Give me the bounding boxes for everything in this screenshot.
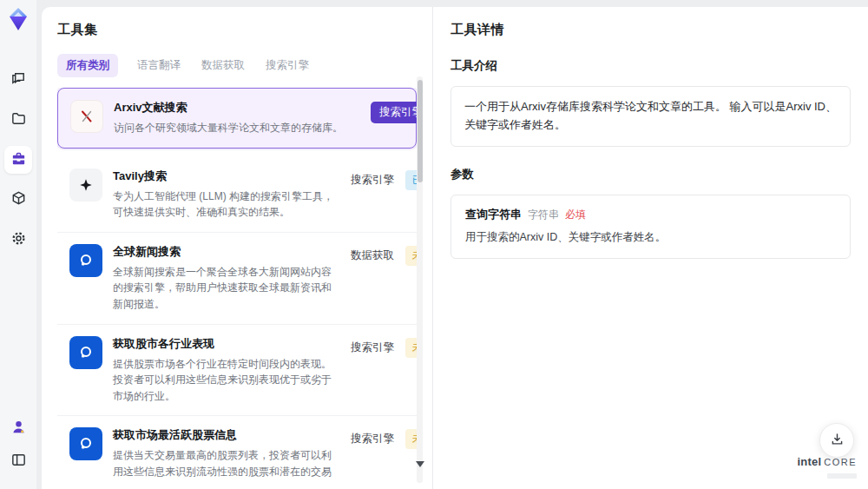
scrollbar-thumb[interactable] <box>418 80 423 182</box>
download-icon <box>830 432 845 450</box>
tool-status-badge: 未授权 <box>405 429 417 449</box>
tool-status-badge: 未授权 <box>405 246 417 266</box>
sidebar-item-files[interactable] <box>4 106 32 134</box>
sidebar-item-collapse[interactable] <box>4 447 32 475</box>
folder-icon <box>10 110 27 130</box>
cube-icon <box>10 190 27 210</box>
briefcase-icon <box>10 150 27 170</box>
tool-description: 提供股票市场各个行业在特定时间段内的表现。投资者可以利用这些信息来识别表现优于或… <box>113 356 340 405</box>
tool-detail-pane: 工具详情 工具介绍 一个用于从Arxiv存储库搜索科学论文和文章的工具。 输入可… <box>433 7 868 489</box>
tool-name: 全球新闻搜索 <box>113 244 340 260</box>
arxiv-logo-icon <box>70 100 103 133</box>
sparkle-icon <box>69 169 102 202</box>
tool-card-sector-performance[interactable]: 获取股市各行业表现 提供股票市场各个行业在特定时间段内的表现。投资者可以利用这些… <box>57 325 417 417</box>
blue-app-icon <box>69 427 102 460</box>
tool-description: 提供当天交易量最高的股票列表，投资者可以利用这些信息来识别流动性强的股票和潜在的… <box>113 447 340 480</box>
blue-app-icon <box>69 336 102 369</box>
tool-name: Arxiv文献搜索 <box>114 100 360 116</box>
param-description: 用于搜索的Arxiv ID、关键字或作者姓名。 <box>465 230 836 245</box>
tool-name: 获取市场最活跃股票信息 <box>113 427 340 443</box>
tool-category-label: 搜索引擎 <box>351 432 394 446</box>
sidebar-item-chat[interactable] <box>4 66 32 94</box>
intro-text-box: 一个用于从Arxiv存储库搜索科学论文和文章的工具。 输入可以是Arxiv ID… <box>450 86 851 147</box>
intro-heading: 工具介绍 <box>450 58 851 74</box>
core-wordmark: core <box>824 457 857 467</box>
app-logo[interactable] <box>6 7 30 31</box>
tool-card-most-active-stocks[interactable]: 获取市场最活跃股票信息 提供当天交易量最高的股票列表，投资者可以利用这些信息来识… <box>57 416 417 480</box>
scrollbar[interactable] <box>417 76 423 483</box>
intro-text: 一个用于从Arxiv存储库搜索科学论文和文章的工具。 输入可以是Arxiv ID… <box>464 100 837 131</box>
intel-wordmark: intel <box>797 455 821 468</box>
tool-description: 专为人工智能代理 (LLM) 构建的搜索引擎工具，可快速提供实时、准确和真实的结… <box>113 188 340 221</box>
sidebar-rail <box>0 0 36 489</box>
tool-list: Arxiv文献搜索 访问各个研究领域大量科学论文和文章的存储库。 搜索引擎 已授… <box>57 88 417 480</box>
tool-card-global-news[interactable]: 全球新闻搜索 全球新闻搜索是一个聚合全球各大新闻网站内容的搜索引擎，帮助用户快速… <box>57 233 417 325</box>
category-tabs: 所有类别 语言翻译 数据获取 搜索引擎 <box>57 54 432 77</box>
main-panel: 工具集 所有类别 语言翻译 数据获取 搜索引擎 Arxiv文献搜索 访问各个研究… <box>42 7 868 489</box>
param-card: 查询字符串 字符串 必填 用于搜索的Arxiv ID、关键字或作者姓名。 <box>450 195 851 259</box>
tool-list-pane: 工具集 所有类别 语言翻译 数据获取 搜索引擎 Arxiv文献搜索 访问各个研究… <box>42 7 432 489</box>
sidebar-item-profile[interactable] <box>4 414 32 442</box>
tool-category-label: 搜索引擎 <box>351 340 394 355</box>
tool-description: 全球新闻搜索是一个聚合全球各大新闻网站内容的搜索引擎，帮助用户快速获取全球最新资… <box>113 264 340 313</box>
tool-card-arxiv[interactable]: Arxiv文献搜索 访问各个研究领域大量科学论文和文章的存储库。 搜索引擎 已授… <box>57 88 417 149</box>
gear-icon <box>10 230 27 250</box>
sidebar-item-plugins[interactable] <box>4 186 32 214</box>
panel-toggle-icon <box>10 452 27 472</box>
page-title: 工具集 <box>57 22 432 38</box>
tool-name: 获取股市各行业表现 <box>113 336 340 352</box>
tool-category-label: 搜索引擎 <box>351 173 394 188</box>
intel-core-logo: intelcore <box>797 456 857 482</box>
blue-app-icon <box>69 244 102 277</box>
param-name: 查询字符串 <box>465 207 522 222</box>
tool-description: 访问各个研究领域大量科学论文和文章的存储库。 <box>114 120 360 136</box>
param-type: 字符串 <box>528 208 559 222</box>
download-button[interactable] <box>819 423 854 458</box>
scroll-down-caret[interactable] <box>416 461 424 467</box>
tool-status-badge: 已授权 <box>405 170 417 190</box>
tab-search-engine[interactable]: 搜索引擎 <box>264 54 311 77</box>
sidebar-item-settings[interactable] <box>4 226 32 254</box>
tool-category-badge[interactable]: 搜索引擎 <box>371 102 417 123</box>
detail-title: 工具详情 <box>450 22 851 38</box>
chat-icon <box>10 70 27 90</box>
sidebar-item-tools[interactable] <box>4 146 32 174</box>
tab-language-translation[interactable]: 语言翻译 <box>135 54 182 77</box>
param-required-flag: 必填 <box>565 208 586 222</box>
tab-all-categories[interactable]: 所有类别 <box>57 54 118 77</box>
brand-subline <box>827 473 857 479</box>
user-icon <box>10 419 27 439</box>
tab-data-fetch[interactable]: 数据获取 <box>200 54 247 77</box>
tool-status-badge: 未授权 <box>405 338 417 358</box>
tool-card-tavily[interactable]: Tavily搜索 专为人工智能代理 (LLM) 构建的搜索引擎工具，可快速提供实… <box>57 157 417 233</box>
tool-category-label: 数据获取 <box>351 248 394 263</box>
params-heading: 参数 <box>450 167 851 182</box>
tool-name: Tavily搜索 <box>113 169 340 184</box>
